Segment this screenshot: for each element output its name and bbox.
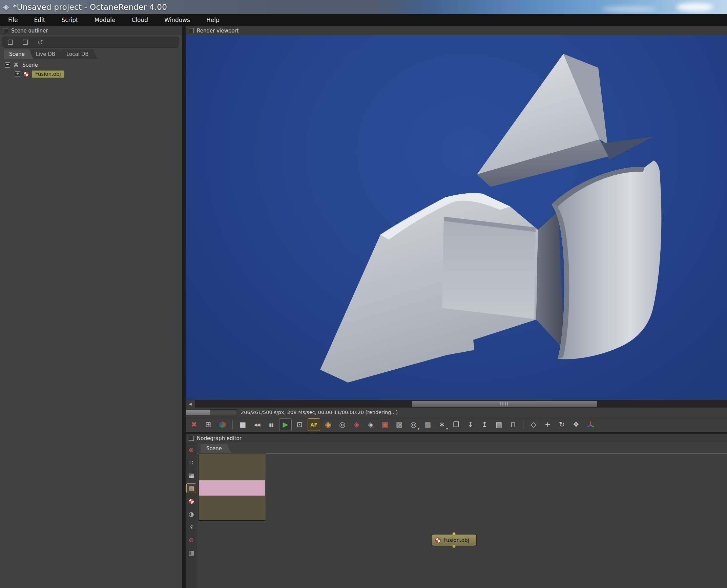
copy-node-icon[interactable]: ❐ (21, 38, 30, 47)
film-settings-icon: ▥ (188, 550, 194, 556)
tree-item-fusion-obj[interactable]: +Fusion.obj (0, 69, 182, 79)
world-axes-button[interactable] (584, 418, 597, 431)
scene-outliner-panel: ❐❐↺ SceneLive DBLocal DB −⌘Scene+Fusion.… (0, 35, 182, 588)
nodegraph-tab-scene[interactable]: Scene (201, 444, 231, 453)
window-titlebar[interactable]: ◈ *Unsaved project - OctaneRender 4.00 (0, 0, 727, 14)
delete-node-icon[interactable]: ⊗ (186, 445, 196, 455)
fit-viewport-icon[interactable]: ⊞ (202, 418, 215, 431)
rotate-gizmo-button: ↻ (559, 421, 565, 428)
menu-help[interactable]: Help (198, 14, 228, 26)
wallpaper-cloud (602, 7, 656, 12)
nodegraph-tab-divider (197, 453, 727, 454)
tab-live-db[interactable]: Live DB (31, 49, 64, 59)
dropdown-caret-icon: ▾ (418, 427, 419, 430)
preview-band-olive (199, 454, 265, 480)
viewport-scrollbar[interactable]: ◀ (186, 400, 727, 407)
magnifier-button[interactable]: ◎▾ (407, 418, 420, 431)
scrollbar-thumb[interactable] (412, 401, 597, 407)
refresh-icon: ↺ (38, 39, 43, 46)
material-node-icon[interactable] (186, 496, 196, 506)
discard-render-icon: ✖ (191, 421, 197, 428)
dropdown-caret-icon: ▾ (446, 427, 448, 430)
color-space-cube-icon[interactable] (216, 418, 229, 431)
copy-image-button[interactable]: ❐ (450, 418, 462, 431)
wireframe-cube-button[interactable]: ◇ (527, 418, 540, 431)
mesh-icon (435, 538, 441, 543)
outliner-tabs: SceneLive DBLocal DB (4, 49, 95, 59)
render-viewport-header: Render viewport (186, 26, 727, 35)
menu-bar: FileEditScriptModuleCloudWindowsHelp (0, 14, 727, 26)
menu-file[interactable]: File (0, 14, 26, 26)
material-picker-button[interactable]: ◈ (350, 418, 363, 431)
color-space-cube-icon (219, 421, 226, 428)
render-region-button: ▣ (382, 421, 388, 428)
display-modes-button[interactable]: ⊡ (294, 418, 306, 431)
panel-collapse-checkbox[interactable] (3, 28, 8, 33)
tree-item-scene[interactable]: −⌘Scene (0, 60, 182, 69)
resume-render-button[interactable]: ▶ (279, 418, 292, 431)
fullscreen-button[interactable]: ❖ (570, 418, 582, 431)
translate-gizmo-button[interactable]: + (541, 418, 554, 431)
menu-edit[interactable]: Edit (26, 14, 53, 26)
octane-render-window: ◈ *Unsaved project - OctaneRender 4.00 F… (0, 0, 727, 588)
restart-render-button: ◀◀ (254, 422, 260, 427)
app-icon: ◈ (3, 3, 9, 11)
export-image-button[interactable]: ↥ (478, 418, 491, 431)
lock-resolution-button[interactable]: ⊓ (507, 418, 519, 431)
refresh-icon[interactable]: ↺ (36, 38, 45, 47)
save-image-button: ↧ (467, 421, 473, 428)
texture-node-icon[interactable]: ◑ (186, 509, 196, 519)
save-image-button[interactable]: ↧ (464, 418, 477, 431)
scrollbar-left-arrow[interactable]: ◀ (186, 400, 195, 407)
discard-render-icon[interactable]: ✖ (188, 418, 200, 431)
tab-local-db[interactable]: Local DB (61, 49, 98, 59)
stop-render-button[interactable]: ■ (237, 418, 249, 431)
copy-image-button: ❐ (453, 421, 459, 428)
white-balance-picker-button: ◉ (325, 421, 331, 428)
node-palette-icon[interactable]: ∷ (186, 458, 196, 467)
autofocus-button: AF (310, 422, 317, 427)
scene-outliner-title: Scene outliner (11, 28, 48, 34)
focus-picker-button[interactable]: ◎ (336, 418, 349, 431)
wireframe-cube-button: ◇ (530, 421, 536, 428)
post-effects-button[interactable]: ∗▾ (436, 418, 448, 431)
environment-node-icon[interactable]: ☼ (186, 522, 196, 532)
pan-view-button[interactable]: ▦ (421, 418, 434, 431)
white-balance-picker-button[interactable]: ◉ (322, 418, 335, 431)
object-picker-button[interactable]: ◈ (364, 418, 377, 431)
film-region-button[interactable]: ▩ (393, 418, 405, 431)
locked-node-icon[interactable]: ⊘ (186, 535, 196, 545)
scene-outliner-header: Scene outliner (0, 26, 182, 35)
tab-scene[interactable]: Scene (4, 49, 34, 59)
tree-expander[interactable]: − (5, 62, 10, 68)
checker-background-icon[interactable]: ▦ (186, 470, 196, 480)
node-input-connector[interactable] (452, 532, 456, 536)
delete-node-icon: ⊗ (189, 447, 194, 453)
menu-script[interactable]: Script (53, 14, 86, 26)
render-toolbar: ✖⊞■◀◀▮▮▶⊡AF◉◎◈◈▣▩◎▾▦∗▾❐↧↥▤⊓◇+↻❖ (186, 417, 727, 432)
menu-cloud[interactable]: Cloud (124, 14, 157, 26)
rotate-gizmo-button[interactable]: ↻ (556, 418, 568, 431)
render-passes-button[interactable]: ▤ (492, 418, 505, 431)
save-node-icon: ❐ (7, 39, 13, 46)
menu-module[interactable]: Module (86, 14, 124, 26)
object-picker-button: ◈ (368, 421, 373, 428)
render-3d-view[interactable] (186, 35, 727, 400)
render-viewport-title: Render viewport (197, 28, 239, 34)
export-image-button: ↥ (482, 421, 488, 428)
node-output-connector[interactable] (452, 545, 456, 548)
tree-expander[interactable]: + (15, 71, 20, 77)
menu-windows[interactable]: Windows (156, 14, 198, 26)
render-region-button[interactable]: ▣ (379, 418, 391, 431)
autofocus-button[interactable]: AF (308, 418, 320, 431)
render-target-icon[interactable]: ▤ (186, 483, 196, 493)
restart-render-button[interactable]: ◀◀ (251, 418, 263, 431)
film-settings-icon[interactable]: ▥ (186, 548, 196, 558)
panel-collapse-checkbox[interactable] (189, 28, 194, 33)
pause-render-button[interactable]: ▮▮ (265, 418, 278, 431)
panel-collapse-checkbox[interactable] (189, 436, 194, 441)
save-node-icon[interactable]: ❐ (6, 38, 15, 47)
nodegraph-canvas[interactable]: ⊗∷▦▤◑☼⊘▥ Scene Fusion.obj (186, 442, 727, 588)
node-fusion-obj[interactable]: Fusion.obj (431, 534, 477, 546)
focus-picker-button: ◎ (339, 421, 345, 428)
